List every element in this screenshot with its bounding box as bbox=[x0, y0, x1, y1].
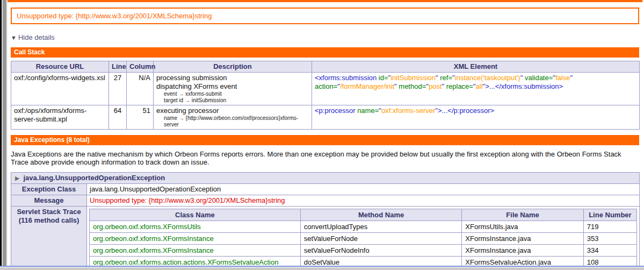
call-stack-header-row: Resource URL Line Column Description XML… bbox=[11, 61, 640, 73]
exception-table: ▶java.lang.UnsupportedOperationException… bbox=[11, 172, 640, 270]
class-name-cell: org.orbeon.oxf.xforms.XFormsUtils bbox=[90, 221, 301, 233]
stack-header-file-name: File Name bbox=[462, 209, 583, 221]
stack-trace-data-row: org.orbeon.oxf.xforms.XFormsInstance set… bbox=[90, 245, 637, 257]
servlet-stack-trace-row: Servlet Stack Trace (116 method calls) C… bbox=[11, 207, 640, 270]
xml-token-punct: " bbox=[436, 74, 440, 82]
java-exceptions-title: Java Exceptions (8 total) bbox=[14, 136, 90, 144]
xml-token-text: ... bbox=[442, 106, 448, 115]
file-name-cell: XFormsInstance.java bbox=[462, 233, 583, 245]
xml-token-punct: "> bbox=[483, 82, 489, 90]
exception-class-row: Exception Class java.lang.UnsupportedOpe… bbox=[11, 184, 640, 195]
line-number-cell: 353 bbox=[583, 233, 636, 245]
xml-token-attr: action= bbox=[315, 82, 337, 90]
stack-trace-label: Servlet Stack Trace (116 method calls) bbox=[11, 207, 87, 270]
description-detail: event → xxforms-submit bbox=[156, 91, 309, 97]
class-name-cell: org.orbeon.oxf.xforms.XFormsInstance bbox=[90, 233, 301, 245]
stack-trace-table: Class Name Method Name File Name Line Nu… bbox=[89, 209, 637, 270]
stack-trace-data-row: org.orbeon.oxf.xforms.XFormsUtils conver… bbox=[90, 221, 637, 233]
header-line: Line bbox=[109, 61, 127, 73]
xml-token-attr: replace= bbox=[446, 82, 473, 90]
xml-token-punct: " bbox=[570, 74, 573, 82]
resource-url-cell: oxf:/ops/xforms/xforms-server-submit.xpl bbox=[11, 105, 109, 130]
xml-token-tag: </xforms:submission> bbox=[495, 82, 563, 90]
xml-token-val: oxf:xforms-server bbox=[381, 106, 435, 115]
description-line: dispatching XForms event bbox=[156, 82, 309, 91]
method-name-cell: setValueForNode bbox=[300, 233, 462, 245]
xml-token-val: false bbox=[555, 74, 570, 82]
call-stack-title: Call Stack bbox=[14, 48, 45, 56]
description-cell: processing submission dispatching XForms… bbox=[154, 73, 312, 105]
message-value: Unsupported type: {http://www.w3.org/200… bbox=[87, 195, 640, 207]
stack-trace-data-row: org.orbeon.oxf.xforms.XFormsInstance set… bbox=[90, 233, 637, 245]
description-line: processing submission bbox=[156, 74, 309, 82]
stack-trace-label-line1: Servlet Stack Trace bbox=[14, 208, 84, 216]
message-label: Message bbox=[11, 195, 87, 207]
java-exceptions-header-bar: Java Exceptions (8 total) bbox=[11, 135, 639, 145]
xml-token-val: instance('taskoutput') bbox=[455, 74, 520, 82]
java-exceptions-intro: Java Exceptions are the native mechanism… bbox=[11, 150, 639, 166]
top-orange-strip bbox=[8, 0, 642, 2]
class-name-cell: org.orbeon.oxf.xforms.XFormsInstance bbox=[90, 245, 301, 257]
call-stack-row: oxf:/ops/xforms/xforms-server-submit.xpl… bbox=[11, 105, 640, 130]
xml-token-tag: </p:processor> bbox=[447, 106, 494, 115]
hide-details-label: Hide details bbox=[18, 33, 55, 41]
xml-token-val: initSubmission bbox=[390, 74, 436, 82]
xml-element-cell: <p:processor name="oxf:xforms-server">..… bbox=[312, 105, 640, 130]
header-description: Description bbox=[154, 61, 312, 73]
resource-url-cell: oxf:/config/xforms-widgets.xsl bbox=[11, 73, 109, 105]
triangle-down-icon: ▼ bbox=[11, 34, 17, 41]
description-detail: target id → initSubmission bbox=[156, 97, 309, 104]
xml-token-attr: name= bbox=[357, 106, 379, 115]
stack-header-method-name: Method Name bbox=[300, 209, 462, 221]
stack-header-class-name: Class Name bbox=[90, 209, 301, 221]
error-banner: Unsupported type: {http://www.w3.org/200… bbox=[11, 8, 639, 24]
file-name-cell: XFormsInstance.java bbox=[462, 245, 583, 257]
description-detail: name → {http://www.orbeon.com/oxf/proces… bbox=[156, 115, 309, 128]
xml-token-tag: <xforms:submission bbox=[315, 74, 379, 82]
error-banner-text: Unsupported type: {http://www.w3.org/200… bbox=[17, 12, 212, 20]
stack-trace-label-line2: (116 method calls) bbox=[14, 216, 84, 225]
stack-trace-header-row: Class Name Method Name File Name Line Nu… bbox=[90, 209, 637, 221]
line-number-cell: 719 bbox=[583, 221, 636, 233]
exception-class-label: Exception Class bbox=[11, 184, 87, 195]
column-cell: 51 bbox=[127, 105, 154, 130]
error-page-content: Unsupported type: {http://www.w3.org/200… bbox=[8, 2, 644, 270]
xml-token-attr: method= bbox=[399, 82, 426, 90]
column-cell: N/A bbox=[127, 73, 154, 105]
xml-token-val: post bbox=[429, 82, 442, 90]
hide-details-toggle[interactable]: ▼Hide details bbox=[11, 33, 644, 41]
header-xml-element: XML Element bbox=[312, 61, 640, 73]
xml-token-punct: "> bbox=[435, 106, 442, 115]
file-name-cell: XFormsUtils.java bbox=[462, 221, 583, 233]
xml-token-punct: " bbox=[520, 74, 525, 82]
xml-token-text: ... bbox=[489, 82, 495, 90]
method-name-cell: setValueForNodeInfo bbox=[300, 245, 462, 257]
xml-element-cell: <xforms:submission id="initSubmission" r… bbox=[312, 73, 640, 105]
xml-token-attr: id= bbox=[379, 74, 388, 82]
xml-token-punct: " bbox=[442, 82, 446, 90]
exception-class-value: java.lang.UnsupportedOperationException bbox=[87, 184, 640, 195]
window-frame-left bbox=[0, 0, 8, 270]
xml-token-val: /formManager/init bbox=[340, 82, 394, 90]
xml-token-attr: ref= bbox=[440, 74, 452, 82]
triangle-right-icon: ▶ bbox=[15, 175, 19, 181]
line-cell: 64 bbox=[109, 105, 127, 130]
xml-token-tag: <p:processor bbox=[315, 106, 357, 115]
call-stack-table: Resource URL Line Column Description XML… bbox=[11, 61, 640, 130]
stack-trace-cell: Class Name Method Name File Name Line Nu… bbox=[87, 207, 640, 270]
call-stack-row: oxf:/config/xforms-widgets.xsl 27 N/A pr… bbox=[11, 73, 640, 105]
description-cell: executing processor name → {http://www.o… bbox=[154, 105, 312, 130]
exception-toggle-cell[interactable]: ▶java.lang.UnsupportedOperationException bbox=[11, 173, 640, 184]
exception-name: java.lang.UnsupportedOperationException bbox=[23, 174, 165, 182]
header-column: Column bbox=[127, 61, 154, 73]
exception-message-row: Message Unsupported type: {http://www.w3… bbox=[11, 195, 640, 207]
line-cell: 27 bbox=[109, 73, 127, 105]
stack-header-line-number: Line Number bbox=[583, 209, 636, 221]
line-number-cell: 334 bbox=[583, 245, 636, 257]
method-name-cell: convertUploadTypes bbox=[300, 221, 462, 233]
call-stack-header-bar: Call Stack bbox=[11, 47, 639, 58]
description-line: executing processor bbox=[156, 106, 309, 115]
header-resource-url: Resource URL bbox=[11, 61, 109, 73]
xml-token-val: all bbox=[476, 82, 483, 90]
exception-toggle-row[interactable]: ▶java.lang.UnsupportedOperationException bbox=[11, 173, 640, 184]
